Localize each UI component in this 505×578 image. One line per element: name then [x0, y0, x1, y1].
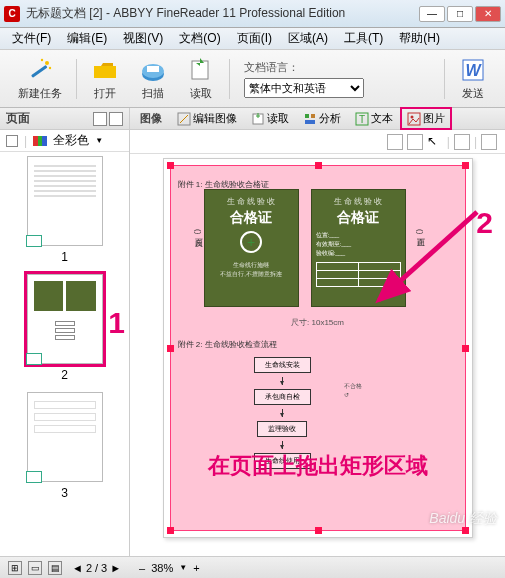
vert-right: (正面): [414, 229, 425, 234]
new-task-label: 新建任务: [18, 86, 62, 101]
send-label: 发送: [462, 86, 484, 101]
zoom-level[interactable]: 38%: [151, 562, 173, 574]
page-current: 2: [86, 562, 92, 574]
menu-region[interactable]: 区域(A): [282, 28, 334, 49]
menu-file[interactable]: 文件(F): [6, 28, 57, 49]
zoom-out[interactable]: –: [139, 562, 145, 574]
image-panel-title: 图像: [134, 111, 168, 126]
menu-tools[interactable]: 工具(T): [338, 28, 389, 49]
thumb-num: 2: [27, 368, 103, 382]
lang-select[interactable]: 繁体中文和英语: [244, 78, 364, 98]
tool-select[interactable]: [407, 134, 423, 150]
svg-rect-13: [311, 114, 315, 118]
resize-handle-e[interactable]: [462, 345, 469, 352]
resize-handle-nw[interactable]: [167, 162, 174, 169]
read-icon: [187, 56, 215, 84]
word-icon: W: [459, 56, 487, 84]
svg-rect-6: [147, 66, 159, 72]
window-title: 无标题文档 [2] - ABBYY FineReader 11 Professi…: [26, 5, 345, 22]
menu-view[interactable]: 视图(V): [117, 28, 169, 49]
page-sep: /: [95, 562, 98, 574]
svg-rect-12: [305, 114, 309, 118]
view-mode-2[interactable]: ▭: [28, 561, 42, 575]
tool-more[interactable]: [481, 134, 497, 150]
certificate-front: 生 命 线 验 收 合格证 + 生命线行施继不益自行,不擅随意拆连: [204, 189, 299, 307]
wand-icon: [26, 56, 54, 84]
resize-handle-sw[interactable]: [167, 527, 174, 534]
page-thumbnail-2[interactable]: 2: [27, 274, 103, 382]
minimize-button[interactable]: —: [419, 6, 445, 22]
instruction-overlay: 在页面上拖出矩形区域: [208, 451, 428, 481]
color-mode-label[interactable]: 全彩色: [53, 132, 89, 149]
page-thumbnail-1[interactable]: 1: [27, 156, 103, 264]
thumb-num: 1: [27, 250, 103, 264]
read-button-small[interactable]: 读取: [246, 109, 294, 128]
resize-handle-s[interactable]: [315, 527, 322, 534]
menu-document[interactable]: 文档(O): [173, 28, 226, 49]
analyze-button[interactable]: 分析: [298, 109, 346, 128]
watermark: Baidu 经验: [429, 510, 497, 528]
folder-icon: [91, 56, 119, 84]
lang-label: 文档语言：: [244, 60, 364, 75]
pages-panel: 页面 | 全彩色 ▼ 1 2 3: [0, 108, 130, 556]
annotation-2: 2: [476, 206, 493, 240]
view-mode-3[interactable]: ▤: [48, 561, 62, 575]
zoom-in[interactable]: +: [193, 562, 199, 574]
page-total: 3: [101, 562, 107, 574]
close-button[interactable]: ✕: [475, 6, 501, 22]
svg-point-1: [45, 61, 49, 65]
svg-point-2: [41, 59, 43, 61]
color-mode-icon: [33, 136, 47, 146]
picture-region-button[interactable]: 图片: [402, 109, 450, 128]
maximize-button[interactable]: □: [447, 6, 473, 22]
send-button[interactable]: W 发送: [449, 54, 497, 103]
edit-image-button[interactable]: 编辑图像: [172, 109, 242, 128]
read-label: 读取: [190, 86, 212, 101]
panel-tool-1[interactable]: [93, 112, 107, 126]
app-icon: C: [4, 6, 20, 22]
select-all-pages[interactable]: [6, 135, 18, 147]
resize-handle-ne[interactable]: [462, 162, 469, 169]
menu-help[interactable]: 帮助(H): [393, 28, 446, 49]
tool-crop[interactable]: [387, 134, 403, 150]
resize-handle-se[interactable]: [462, 527, 469, 534]
certificate-back: 生 命 线 验 收 合格证 位置:___有效期至:___验收编:___: [311, 189, 406, 307]
svg-text:W: W: [465, 62, 482, 79]
open-label: 打开: [94, 86, 116, 101]
vert-left: (反面): [192, 229, 203, 234]
tool-eraser[interactable]: [454, 134, 470, 150]
image-panel: 图像 编辑图像 读取 分析 T文本 图片 ↖ | |: [130, 108, 505, 556]
scan-label: 扫描: [142, 86, 164, 101]
pages-panel-title: 页面: [6, 110, 30, 127]
resize-handle-n[interactable]: [315, 162, 322, 169]
svg-point-18: [411, 115, 414, 118]
text-region-button[interactable]: T文本: [350, 109, 398, 128]
svg-text:T: T: [359, 114, 365, 125]
thumb-num: 3: [27, 486, 103, 500]
scanner-icon: [139, 56, 167, 84]
svg-rect-14: [305, 120, 315, 124]
open-button[interactable]: 打开: [81, 54, 129, 103]
annotation-1: 1: [108, 306, 125, 340]
menu-page[interactable]: 页面(I): [231, 28, 278, 49]
svg-point-3: [49, 67, 51, 69]
resize-handle-w[interactable]: [167, 345, 174, 352]
new-task-button[interactable]: 新建任务: [8, 54, 72, 103]
tool-pointer[interactable]: ↖: [427, 134, 443, 150]
panel-tool-2[interactable]: [109, 112, 123, 126]
svg-rect-0: [31, 65, 47, 78]
plus-icon: +: [240, 231, 262, 253]
page-view[interactable]: 附件 1: 生命线验收合格证 (反面) (正面) 生 命 线 验 收 合格证 +…: [163, 158, 473, 538]
scan-button[interactable]: 扫描: [129, 54, 177, 103]
menubar: 文件(F) 编辑(E) 视图(V) 文档(O) 页面(I) 区域(A) 工具(T…: [0, 28, 505, 50]
read-button[interactable]: 读取: [177, 54, 225, 103]
caption-2: 附件 2: 生命线验收检查流程: [178, 339, 277, 350]
page-thumbnail-3[interactable]: 3: [27, 392, 103, 500]
page-prev[interactable]: ◄: [72, 562, 83, 574]
view-mode-1[interactable]: ⊞: [8, 561, 22, 575]
size-label: 尺寸: 10x15cm: [291, 317, 344, 328]
page-next[interactable]: ►: [110, 562, 121, 574]
menu-edit[interactable]: 编辑(E): [61, 28, 113, 49]
